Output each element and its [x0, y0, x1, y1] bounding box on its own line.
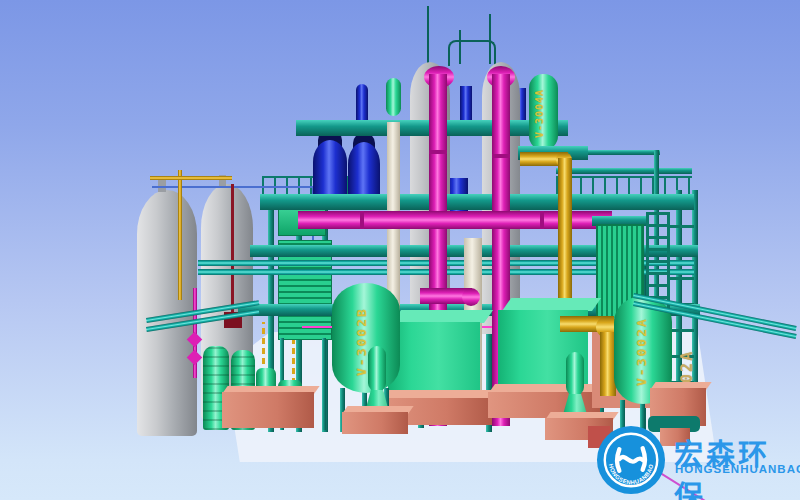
- pipe-flange: [429, 150, 447, 154]
- pipe-flange: [360, 211, 364, 229]
- green-column-small: [386, 78, 401, 116]
- hx-leg: [322, 338, 326, 430]
- brand-name-en: HONGSENHUANBAO: [675, 463, 800, 475]
- pump-motor: [368, 346, 386, 392]
- pipe-flange: [540, 211, 544, 229]
- platform-beam: [260, 194, 694, 210]
- blue-column: [460, 86, 472, 122]
- antenna-rod: [427, 6, 429, 64]
- gold-pipe: [150, 176, 232, 180]
- pump-motor: [566, 352, 584, 396]
- pipe-flange: [492, 154, 510, 158]
- brand-watermark: HONGSENHUANBAO 宏森环保 HONGSENHUANBAO: [596, 423, 800, 499]
- brand-logo: HONGSENHUANBAO: [596, 425, 666, 495]
- vessel-label-v3004a: V-3004A: [534, 80, 552, 146]
- vent-loop: [448, 40, 496, 66]
- green-tank-box-1: [388, 322, 480, 398]
- steel-beam: [556, 168, 692, 174]
- gold-riser: [558, 158, 572, 316]
- magenta-elbow: [462, 288, 480, 306]
- dark-red-pipe: [231, 184, 234, 316]
- plant-3d-render: V-3004A V-3002B -3002A V-3002A: [0, 0, 800, 500]
- foundation: [222, 392, 314, 428]
- pump-foundation: [342, 412, 408, 434]
- vessel-label-v3002a: V-3002A: [634, 308, 654, 396]
- gold-pipe: [178, 170, 182, 300]
